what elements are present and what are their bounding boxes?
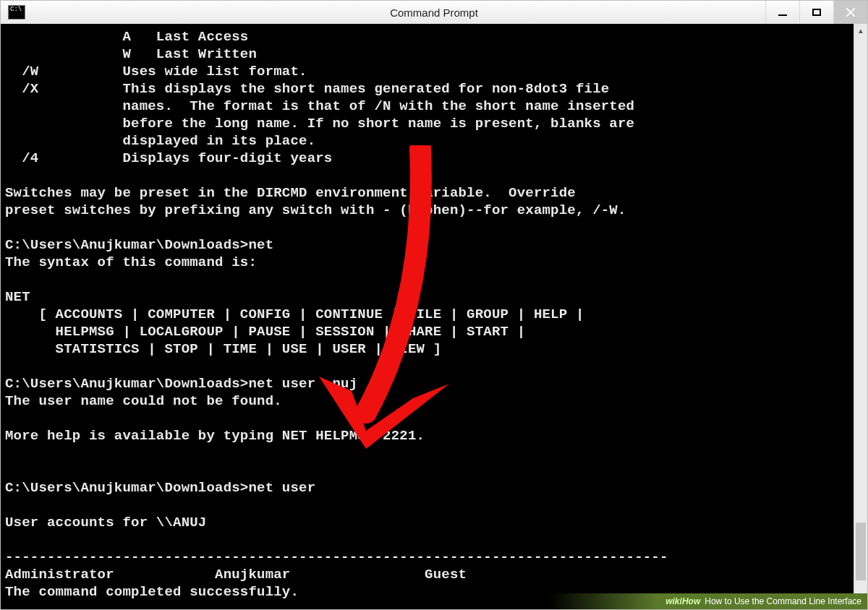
cmd-icon [8,5,25,20]
vertical-scrollbar[interactable]: ▲ ▼ [854,24,867,609]
scroll-up-arrow-icon[interactable]: ▲ [854,24,867,37]
client-area: A Last Access W Last Written /W Uses wid… [1,24,867,609]
close-icon [846,7,856,17]
close-button[interactable] [833,1,867,24]
maximize-button[interactable] [799,1,833,24]
window-title: Command Prompt [390,7,478,19]
scroll-thumb[interactable] [856,523,866,580]
window-controls [765,1,867,24]
minimize-icon [778,14,787,16]
caption-text: How to Use the Command Line Interface [705,596,861,606]
caption-brand: wikiHow [665,596,700,606]
command-prompt-window: Command Prompt A Last Access W Last Writ… [0,0,868,610]
terminal-output[interactable]: A Last Access W Last Written /W Uses wid… [1,24,854,609]
maximize-icon [812,9,821,16]
titlebar[interactable]: Command Prompt [1,1,867,25]
wikihow-caption: wikiHowHow to Use the Command Line Inter… [550,593,867,609]
minimize-button[interactable] [765,1,799,24]
